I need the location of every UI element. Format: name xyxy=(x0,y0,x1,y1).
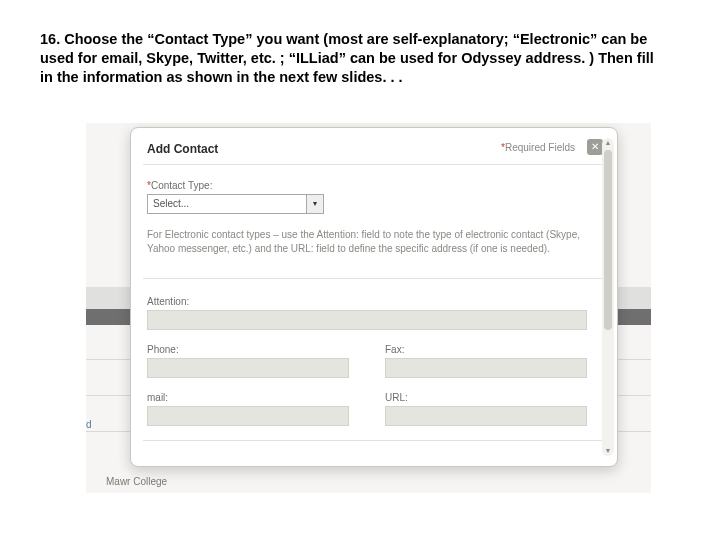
modal-inner: Add Contact *Required Fields ✕ *Contact … xyxy=(131,128,617,466)
attention-group: Attention: xyxy=(147,296,587,330)
screenshot-region: d Mawr College Add Contact *Required Fie… xyxy=(86,123,651,493)
phone-group: Phone: xyxy=(147,344,349,378)
mail-label: mail: xyxy=(147,392,349,403)
divider xyxy=(143,278,605,279)
contact-type-group: *Contact Type: Select... ▾ xyxy=(147,180,599,214)
divider xyxy=(143,440,605,441)
divider xyxy=(143,164,605,165)
close-button[interactable]: ✕ xyxy=(587,139,603,155)
modal-scrollbar[interactable]: ▲ ▼ xyxy=(602,138,614,456)
required-fields-text: Required Fields xyxy=(505,142,575,153)
attention-input[interactable] xyxy=(147,310,587,330)
contact-type-selected-value: Select... xyxy=(153,198,189,209)
contact-type-label: *Contact Type: xyxy=(147,180,599,191)
fax-input[interactable] xyxy=(385,358,587,378)
slide: 16. Choose the “Contact Type” you want (… xyxy=(0,0,720,540)
add-contact-modal: Add Contact *Required Fields ✕ *Contact … xyxy=(130,127,618,467)
close-icon: ✕ xyxy=(591,141,599,152)
url-group: URL: xyxy=(385,392,587,426)
contact-type-select[interactable]: Select... ▾ xyxy=(147,194,324,214)
instruction-caption: 16. Choose the “Contact Type” you want (… xyxy=(40,30,655,87)
url-label: URL: xyxy=(385,392,587,403)
bg-footer-text: Mawr College xyxy=(106,476,167,487)
required-fields-label: *Required Fields xyxy=(501,142,575,153)
scroll-down-icon[interactable]: ▼ xyxy=(602,446,614,456)
fax-group: Fax: xyxy=(385,344,587,378)
contact-type-label-text: Contact Type: xyxy=(151,180,213,191)
electronic-hint-text: For Electronic contact types – use the A… xyxy=(147,228,599,255)
phone-label: Phone: xyxy=(147,344,349,355)
url-input[interactable] xyxy=(385,406,587,426)
bg-left-fragment: d xyxy=(86,419,92,430)
fax-label: Fax: xyxy=(385,344,587,355)
scroll-thumb[interactable] xyxy=(604,150,612,330)
attention-label: Attention: xyxy=(147,296,587,307)
mail-group: mail: xyxy=(147,392,349,426)
modal-title: Add Contact xyxy=(147,142,218,156)
scroll-up-icon[interactable]: ▲ xyxy=(602,138,614,148)
chevron-down-icon: ▾ xyxy=(306,195,323,213)
phone-input[interactable] xyxy=(147,358,349,378)
mail-input[interactable] xyxy=(147,406,349,426)
